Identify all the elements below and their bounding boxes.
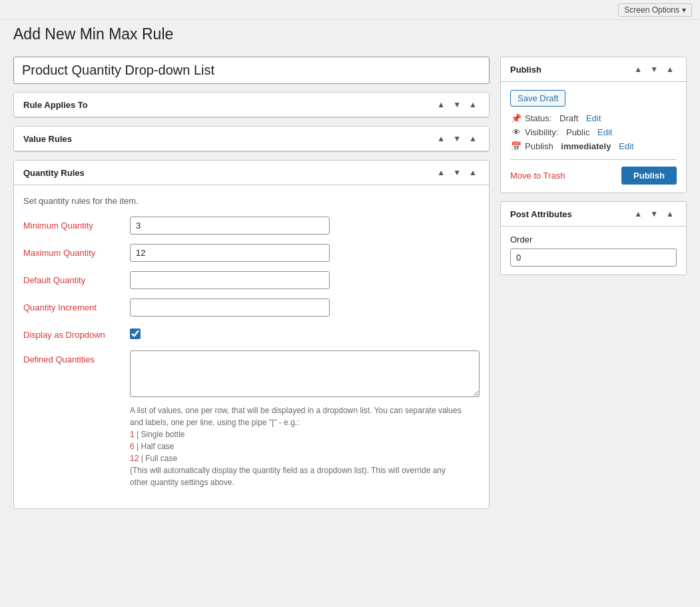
quantity-rules-panel: Quantity Rules Set quantity rules for th…	[13, 160, 490, 509]
calendar-icon: 📅	[510, 141, 522, 151]
minimum-quantity-input[interactable]	[130, 217, 330, 235]
publish-time-edit-link[interactable]: Edit	[619, 141, 633, 151]
rule-title-input[interactable]	[13, 57, 490, 84]
post-attributes-down-btn[interactable]	[647, 209, 661, 219]
example-3-number: 12	[130, 454, 139, 463]
post-attributes-up-btn[interactable]	[631, 209, 645, 219]
publish-button[interactable]: Publish	[621, 167, 677, 185]
post-attributes-header[interactable]: Post Attributes	[501, 202, 686, 227]
maximum-quantity-input[interactable]	[130, 244, 330, 262]
page-title: Add New Min Max Rule	[13, 25, 687, 43]
quantity-increment-label: Quantity Increment	[23, 299, 130, 312]
quantity-rules-title: Quantity Rules	[23, 168, 85, 178]
post-attributes-panel: Post Attributes Order	[500, 201, 687, 275]
value-rules-up-btn[interactable]	[434, 133, 448, 144]
maximum-quantity-row: Maximum Quantity	[23, 244, 480, 262]
display-dropdown-checkbox[interactable]	[130, 328, 141, 339]
publish-collapse-btn[interactable]	[663, 64, 677, 75]
rule-applies-up-btn[interactable]	[434, 99, 448, 110]
rule-applies-collapse-btn[interactable]	[466, 99, 480, 110]
example-3-label: Full case	[145, 454, 177, 463]
rule-applies-title: Rule Applies To	[23, 100, 88, 110]
rule-applies-header[interactable]: Rule Applies To	[14, 93, 489, 117]
visibility-row: 👁 Visibility: Public Edit	[510, 127, 677, 137]
defined-quantities-label: Defined Quantities	[23, 350, 130, 364]
rule-applies-controls	[434, 99, 480, 110]
publish-down-btn[interactable]	[647, 64, 661, 75]
publish-up-btn[interactable]	[631, 64, 645, 75]
defined-quantities-row: Defined Quantities A list of values, one…	[23, 350, 480, 488]
quantity-rules-controls	[434, 167, 480, 178]
minimum-quantity-field	[130, 217, 480, 235]
content-area: Rule Applies To Value Rules	[13, 57, 490, 517]
publish-time: immediately	[561, 141, 611, 151]
display-dropdown-row: Display as Dropdown	[23, 326, 480, 341]
quantity-rules-collapse-btn[interactable]	[466, 167, 480, 178]
order-input[interactable]	[510, 249, 677, 267]
rule-applies-down-btn[interactable]	[450, 99, 464, 110]
status-row: 📌 Status: Draft Edit	[510, 113, 677, 123]
defined-quantities-field: A list of values, one per row, that will…	[130, 350, 480, 488]
post-attributes-body: Order	[501, 227, 686, 275]
example-1-number: 1	[130, 430, 135, 439]
value-rules-panel: Value Rules	[13, 126, 490, 152]
sidebar-area: Publish Save Draft 📌 Status: Draft Edit	[500, 57, 687, 517]
hint-line1: A list of values, one per row, that will…	[130, 406, 462, 415]
default-quantity-row: Default Quantity	[23, 271, 480, 289]
screen-options-button[interactable]: Screen Options ▾	[618, 3, 692, 17]
value-rules-controls	[434, 133, 480, 144]
publish-label: Publish	[525, 141, 553, 151]
status-label: Status:	[525, 113, 551, 123]
save-draft-button[interactable]: Save Draft	[510, 90, 565, 107]
quantity-rules-up-btn[interactable]	[434, 167, 448, 178]
status-value: Draft	[559, 113, 578, 123]
example-2-label: Half case	[141, 442, 174, 451]
minimum-quantity-label: Minimum Quantity	[23, 217, 130, 231]
value-rules-down-btn[interactable]	[450, 133, 464, 144]
value-rules-header[interactable]: Value Rules	[14, 127, 489, 151]
value-rules-title: Value Rules	[23, 134, 72, 144]
maximum-quantity-field	[130, 244, 480, 262]
visibility-edit-link[interactable]: Edit	[597, 127, 612, 137]
screen-options-label: Screen Options	[624, 5, 679, 15]
post-attributes-controls	[631, 209, 677, 219]
quantity-increment-row: Quantity Increment	[23, 299, 480, 316]
visibility-value: Public	[566, 127, 589, 137]
default-quantity-input[interactable]	[130, 271, 330, 289]
quantity-rules-body: Set quantity rules for the item. Minimum…	[14, 185, 489, 508]
publish-panel-header[interactable]: Publish	[501, 57, 686, 82]
move-to-trash-link[interactable]: Move to Trash	[510, 171, 565, 181]
hint-line3: (This will automatically display the qua…	[130, 466, 446, 475]
screen-options-chevron: ▾	[682, 5, 686, 15]
quantity-rules-header[interactable]: Quantity Rules	[14, 161, 489, 185]
page-title-bar: Add New Min Max Rule	[0, 20, 700, 51]
rule-applies-panel: Rule Applies To	[13, 92, 490, 118]
value-rules-collapse-btn[interactable]	[466, 133, 480, 144]
maximum-quantity-label: Maximum Quantity	[23, 244, 130, 258]
top-bar: Screen Options ▾	[0, 0, 700, 20]
display-dropdown-field	[130, 326, 480, 341]
post-attributes-collapse-btn[interactable]	[663, 209, 677, 219]
defined-quantities-textarea[interactable]	[130, 350, 480, 397]
visibility-icon: 👁	[510, 127, 522, 137]
publish-meta: 📌 Status: Draft Edit 👁 Visibility: Publi…	[510, 113, 677, 151]
quantity-rules-description: Set quantity rules for the item.	[23, 196, 480, 206]
publish-panel-controls	[631, 64, 677, 75]
quantity-increment-input[interactable]	[130, 299, 330, 316]
default-quantity-field	[130, 271, 480, 289]
example-2-number: 6	[130, 442, 135, 451]
quantity-increment-field	[130, 299, 480, 316]
publish-panel-body: Save Draft 📌 Status: Draft Edit 👁 Visibi…	[501, 82, 686, 193]
main-layout: Rule Applies To Value Rules	[0, 51, 700, 530]
hint-line2: and labels, one per line, using the pipe…	[130, 418, 299, 427]
publish-panel: Publish Save Draft 📌 Status: Draft Edit	[500, 57, 687, 193]
example-1-label: Single bottle	[141, 430, 184, 439]
order-label: Order	[510, 235, 677, 245]
quantity-rules-down-btn[interactable]	[450, 167, 464, 178]
minimum-quantity-row: Minimum Quantity	[23, 217, 480, 235]
visibility-label: Visibility:	[525, 127, 558, 137]
post-attributes-title: Post Attributes	[510, 209, 572, 219]
status-icon: 📌	[510, 113, 522, 123]
defined-quantities-hint: A list of values, one per row, that will…	[130, 404, 480, 488]
status-edit-link[interactable]: Edit	[586, 113, 601, 123]
